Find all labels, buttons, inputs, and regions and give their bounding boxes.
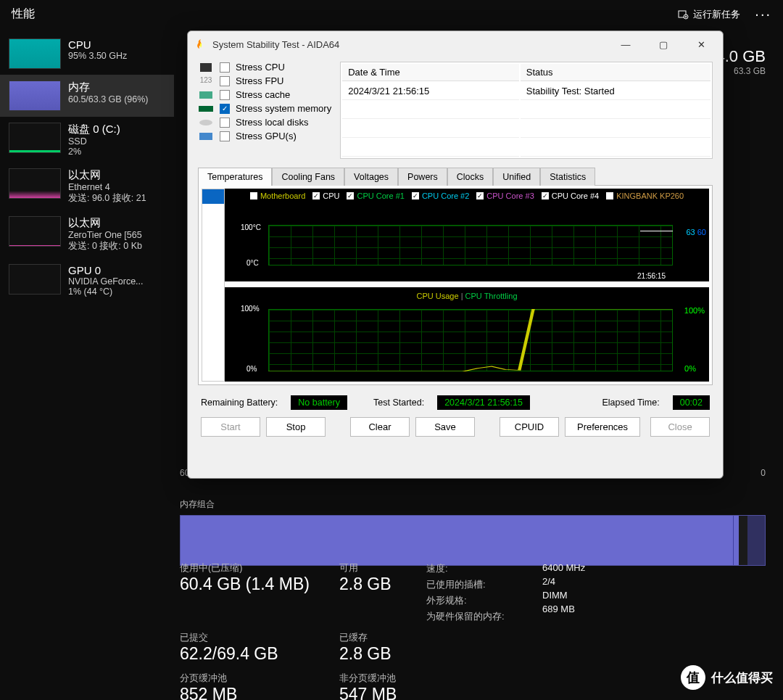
disk-thumb xyxy=(9,123,61,153)
kv-value: DIMM xyxy=(542,590,673,601)
stress-fpu-checkbox[interactable] xyxy=(220,76,230,86)
stat-used-value: 60.4 GB (1.4 MB) xyxy=(180,575,339,594)
minimize-icon[interactable]: ― xyxy=(611,36,640,53)
aida-window: System Stability Test - AIDA64 ― ▢ ✕ Str… xyxy=(187,30,724,479)
legend-checkbox[interactable] xyxy=(250,192,257,199)
stat-committed-label: 已提交 xyxy=(180,632,339,644)
sidebar-item-sub2: 发送: 0 接收: 0 Kb xyxy=(68,240,142,252)
legend-checkbox[interactable] xyxy=(412,192,419,199)
stat-avail-label: 可用 xyxy=(339,562,426,575)
sidebar-item-eth1[interactable]: 以太网 Ethernet 4 发送: 96.0 接收: 21 xyxy=(0,162,174,210)
sidebar-item-sub2: 1% (44 °C) xyxy=(68,287,144,297)
legend-checkbox[interactable] xyxy=(312,192,320,199)
sidebar-item-sub: Ethernet 4 xyxy=(68,182,146,192)
kv-label: 外形规格: xyxy=(426,594,542,607)
maximize-icon[interactable]: ▢ xyxy=(649,36,678,53)
legend-item[interactable]: CPU xyxy=(312,192,339,200)
kv-value: 6400 MHz xyxy=(542,562,673,573)
gpu-thumb xyxy=(9,264,61,295)
legend-item[interactable]: KINGBANK KP260 xyxy=(606,192,684,200)
legend-text: CPU xyxy=(323,192,339,200)
legend-sep: | xyxy=(461,292,463,300)
tab-unified[interactable]: Unified xyxy=(493,168,540,186)
cpuid-button[interactable]: CPUID xyxy=(500,417,559,437)
usage-chart: CPU Usage | CPU Throttling 100% 0% 100% … xyxy=(225,287,709,382)
stress-memory-label: Stress system memory xyxy=(236,103,331,114)
tab-powers[interactable]: Powers xyxy=(398,168,447,186)
legend-checkbox[interactable] xyxy=(606,192,613,199)
y100: 100% xyxy=(241,305,260,313)
remaining-battery-value: No battery xyxy=(291,395,347,410)
tab-clocks[interactable]: Clocks xyxy=(447,168,494,186)
legend-item[interactable]: Motherboard xyxy=(250,192,305,200)
legend-checkbox[interactable] xyxy=(542,192,549,199)
tab-cooling-fans[interactable]: Cooling Fans xyxy=(272,168,344,186)
legend-item[interactable]: CPU Core #3 xyxy=(476,192,534,200)
th-status[interactable]: Status xyxy=(521,64,710,81)
sidebar-item-eth2[interactable]: 以太网 ZeroTier One [565 发送: 0 接收: 0 Kb xyxy=(0,210,174,258)
legend-text: Motherboard xyxy=(260,192,305,200)
legend-item[interactable]: CPU Core #2 xyxy=(412,192,469,200)
monitor-selector[interactable] xyxy=(202,189,225,382)
memory-icon xyxy=(198,104,214,114)
y0c: 0°C xyxy=(246,259,259,267)
tab-temperatures[interactable]: Temperatures xyxy=(198,168,272,186)
sidebar-item-gpu[interactable]: GPU 0 NVIDIA GeForce... 1% (44 °C) xyxy=(0,258,174,302)
stress-gpu-checkbox[interactable] xyxy=(220,131,230,141)
sidebar-item-title: 以太网 xyxy=(68,168,146,182)
aida-title: System Stability Test - AIDA64 xyxy=(212,39,605,50)
stat-paged-label: 分页缓冲池 xyxy=(180,672,339,685)
svg-rect-3 xyxy=(199,91,212,99)
temperature-chart: MotherboardCPUCPU Core #1CPU Core #2CPU … xyxy=(225,189,709,281)
stress-cache-label: Stress cache xyxy=(236,89,290,100)
legend-checkbox[interactable] xyxy=(347,192,354,199)
close-button[interactable]: Close xyxy=(650,417,710,437)
more-icon[interactable]: ··· xyxy=(755,6,771,22)
mem-thumb xyxy=(9,81,61,111)
save-button[interactable]: Save xyxy=(415,417,475,437)
elapsed-time-label: Elapsed Time: xyxy=(602,398,660,408)
close-icon[interactable]: ✕ xyxy=(687,36,716,53)
gpu-icon xyxy=(198,131,214,141)
test-started-value: 2024/3/21 21:56:15 xyxy=(437,395,530,410)
legend-text: CPU Core #3 xyxy=(486,192,534,200)
sidebar-item-title: GPU 0 xyxy=(68,264,144,276)
legend-item[interactable]: CPU Core #1 xyxy=(347,192,404,200)
clear-button[interactable]: Clear xyxy=(350,417,410,437)
stress-disks-checkbox[interactable] xyxy=(220,118,230,128)
preferences-button[interactable]: Preferences xyxy=(565,417,640,437)
tempval2: 60 xyxy=(697,228,706,236)
start-button[interactable]: Start xyxy=(201,417,260,437)
legend-item[interactable]: CPU Core #4 xyxy=(542,192,599,200)
stress-cpu-checkbox[interactable] xyxy=(220,62,230,73)
legend-checkbox[interactable] xyxy=(476,192,484,199)
stress-gpu-label: Stress GPU(s) xyxy=(236,131,297,141)
test-started-label: Test Started: xyxy=(373,398,424,408)
sidebar-item-disk[interactable]: 磁盘 0 (C:) SSD 2% xyxy=(0,117,174,162)
td-datetime: 2024/3/21 21:56:15 xyxy=(342,83,519,100)
stress-memory-checkbox[interactable] xyxy=(220,104,230,114)
stress-cache-checkbox[interactable] xyxy=(220,90,230,100)
th-datetime[interactable]: Date & Time xyxy=(342,64,519,81)
watermark: 值 什么值得买 xyxy=(681,665,773,690)
kv-value: 2/4 xyxy=(542,576,673,587)
sidebar-item-sub2: 2% xyxy=(68,147,120,157)
r0: 0% xyxy=(684,364,696,373)
sidebar-item-cpu[interactable]: CPU 95% 3.50 GHz xyxy=(0,33,174,75)
stat-cached-value: 2.8 GB xyxy=(339,644,426,664)
sidebar-item-mem[interactable]: 内存 60.5/63.3 GB (96%) xyxy=(0,75,174,117)
svg-rect-6 xyxy=(199,133,212,140)
memory-composition-bar xyxy=(180,515,766,566)
stat-paged-value: 852 MB xyxy=(180,685,339,700)
stat-avail-value: 2.8 GB xyxy=(339,575,426,594)
stress-fpu-label: Stress FPU xyxy=(236,75,283,86)
tab-voltages[interactable]: Voltages xyxy=(344,168,398,186)
stat-used-label: 使用中(已压缩) xyxy=(180,562,339,575)
stop-button[interactable]: Stop xyxy=(266,417,326,437)
eth1-thumb xyxy=(9,168,61,199)
run-new-task-button[interactable]: 运行新任务 xyxy=(677,8,740,21)
throttling-legend: CPU Throttling xyxy=(465,292,518,300)
tab-statistics[interactable]: Statistics xyxy=(540,168,595,186)
cpu-thumb xyxy=(9,38,61,69)
stat-cached-label: 已缓存 xyxy=(339,632,426,644)
